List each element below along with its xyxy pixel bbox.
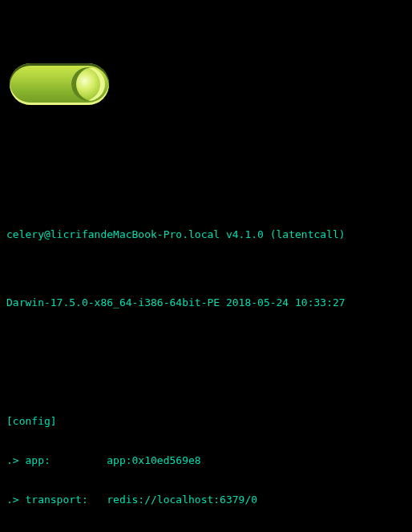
config-value: app:0x10ed569e8 <box>107 454 200 466</box>
config-label: .> app: <box>6 454 107 466</box>
config-row: .> app: app:0x10ed569e8 <box>6 454 406 467</box>
platform-line: Darwin-17.5.0-x86_64-i386-64bit-PE 2018-… <box>6 296 406 309</box>
config-value: redis://localhost:6379/0 <box>107 494 257 506</box>
config-row: .> transport: redis://localhost:6379/0 <box>6 494 406 506</box>
config-label: .> transport: <box>6 494 107 506</box>
celery-host-line: celery@licrifandeMacBook-Pro.local v4.1.… <box>6 228 406 241</box>
config-section-title: [config] <box>6 415 406 428</box>
celery-logo <box>10 63 109 105</box>
terminal-output: celery@licrifandeMacBook-Pro.local v4.1.… <box>0 0 412 532</box>
